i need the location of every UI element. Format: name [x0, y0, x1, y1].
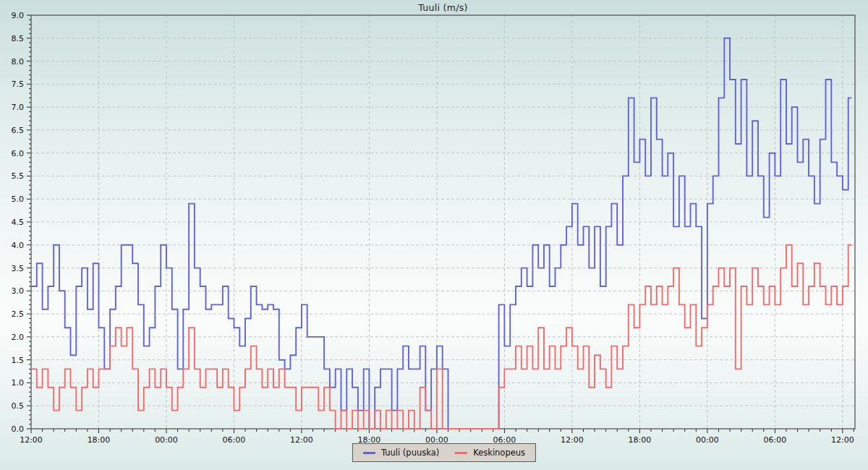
series-line-gust — [31, 38, 851, 429]
svg-text:0.0: 0.0 — [12, 424, 25, 434]
svg-text:00:00: 00:00 — [696, 435, 719, 445]
svg-text:00:00: 00:00 — [155, 435, 178, 445]
average-line-swatch-icon — [455, 452, 467, 454]
svg-text:9.0: 9.0 — [12, 11, 25, 20]
legend-label-gust: Tuuli (puuska) — [381, 448, 439, 458]
y-axis-tick-labels: 0.00.51.01.52.02.53.03.54.04.55.05.56.06… — [12, 11, 25, 434]
svg-text:7.5: 7.5 — [12, 80, 25, 89]
gust-line-swatch-icon — [363, 452, 375, 454]
svg-text:12:00: 12:00 — [20, 435, 43, 445]
svg-text:1.0: 1.0 — [12, 378, 25, 388]
svg-text:18:00: 18:00 — [88, 435, 111, 445]
legend-item-gust: Tuuli (puuska) — [363, 448, 439, 458]
legend: Tuuli (puuska) Keskinopeus — [352, 443, 536, 462]
svg-text:12:00: 12:00 — [561, 435, 584, 445]
svg-text:4.0: 4.0 — [12, 241, 25, 250]
svg-text:12:00: 12:00 — [290, 435, 313, 445]
svg-text:06:00: 06:00 — [764, 435, 787, 445]
svg-text:3.5: 3.5 — [12, 264, 25, 273]
svg-text:3.0: 3.0 — [12, 286, 25, 296]
svg-text:2.0: 2.0 — [12, 333, 25, 342]
plot-area: 0.00.51.01.52.02.53.03.54.04.55.05.56.06… — [0, 0, 868, 470]
svg-text:5.0: 5.0 — [12, 195, 25, 204]
svg-text:7.0: 7.0 — [12, 103, 25, 112]
svg-text:5.5: 5.5 — [12, 171, 25, 181]
svg-text:6.0: 6.0 — [12, 149, 25, 158]
svg-text:1.5: 1.5 — [12, 356, 25, 365]
svg-text:8.0: 8.0 — [12, 57, 25, 67]
svg-text:0.5: 0.5 — [12, 401, 25, 411]
svg-text:4.5: 4.5 — [12, 218, 25, 227]
svg-text:8.5: 8.5 — [12, 34, 25, 43]
legend-label-average: Keskinopeus — [473, 448, 525, 458]
svg-text:2.5: 2.5 — [12, 309, 25, 319]
legend-item-average: Keskinopeus — [455, 448, 525, 458]
svg-text:12:00: 12:00 — [831, 435, 854, 445]
svg-text:06:00: 06:00 — [223, 435, 246, 445]
svg-text:6.5: 6.5 — [12, 126, 25, 135]
svg-text:18:00: 18:00 — [629, 435, 652, 445]
